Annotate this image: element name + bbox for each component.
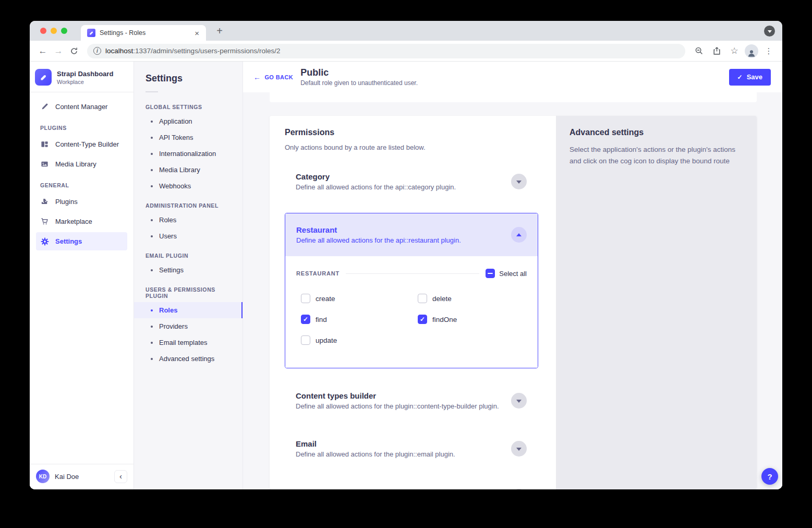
browser-tab[interactable]: Settings - Roles ×: [81, 25, 206, 41]
save-label: Save: [747, 73, 762, 81]
subnav-item-admin-users[interactable]: Users: [134, 228, 243, 244]
sidebar-item-media-library[interactable]: Media Library: [36, 155, 127, 173]
page-info-icon[interactable]: i: [93, 47, 101, 55]
browser-profile-avatar[interactable]: [745, 44, 758, 58]
subnav-item-email-settings[interactable]: Settings: [134, 262, 243, 278]
expand-button[interactable]: [511, 393, 527, 409]
subnav-item-providers[interactable]: Providers: [134, 318, 243, 334]
actions-grid: create delete find: [301, 294, 527, 345]
subnav-item-label: Media Library: [159, 166, 200, 174]
advanced-settings-description: Select the application's actions or the …: [569, 144, 742, 166]
delete-checkbox[interactable]: [418, 294, 427, 303]
expand-button[interactable]: [511, 489, 527, 489]
sidebar-item-content-type-builder[interactable]: Content-Type Builder: [36, 135, 127, 153]
action-delete: delete: [418, 294, 535, 303]
accordion-description: Define all allowed actions for the api::…: [296, 236, 461, 244]
permissions-panel: Permissions Only actions bound by a rout…: [270, 116, 556, 489]
permissions-subtitle: Only actions bound by a route are listed…: [285, 143, 538, 151]
subnav-item-internationalization[interactable]: Internationalization: [134, 146, 243, 162]
findone-checkbox[interactable]: [418, 315, 427, 324]
update-checkbox[interactable]: [301, 335, 310, 345]
subnav-item-advanced-settings[interactable]: Advanced settings: [134, 351, 243, 367]
workspace-brand[interactable]: Strapi Dashboard Workplace: [30, 62, 134, 92]
bullet-icon: [151, 185, 153, 187]
action-find: find: [301, 315, 418, 324]
scroll-content[interactable]: Permissions Only actions bound by a rout…: [243, 92, 782, 489]
bullet-icon: [151, 153, 153, 155]
accordion-category[interactable]: Category Define all allowed actions for …: [285, 165, 538, 198]
forward-button[interactable]: →: [52, 44, 65, 58]
action-label[interactable]: findOne: [432, 316, 457, 323]
subnav-item-label: Settings: [159, 266, 184, 274]
action-label[interactable]: delete: [432, 295, 452, 303]
sidebar-item-label: Settings: [55, 237, 82, 245]
subnav-item-application[interactable]: Application: [134, 113, 243, 129]
accordion-title: Restaurant: [296, 225, 461, 234]
advanced-settings-title: Advanced settings: [569, 128, 743, 137]
sidebar-item-plugins[interactable]: Plugins: [36, 193, 127, 211]
accordion-title: Email: [296, 439, 455, 448]
accordion-email[interactable]: Email Define all allowed actions for the…: [285, 432, 538, 465]
select-all-label[interactable]: Select all: [499, 270, 527, 278]
layout-grid-icon: [40, 140, 49, 149]
subnav-item-webhooks[interactable]: Webhooks: [134, 178, 243, 194]
save-button[interactable]: ✓ Save: [729, 69, 771, 86]
strapi-app: Strapi Dashboard Workplace Content Manag…: [30, 62, 782, 489]
strapi-logo: [35, 69, 52, 86]
expand-button[interactable]: [511, 441, 527, 457]
sidebar-item-settings[interactable]: Settings: [36, 232, 127, 250]
select-all-checkbox[interactable]: [486, 269, 495, 278]
action-label[interactable]: create: [316, 295, 335, 303]
brand-title: Strapi Dashboard: [57, 70, 113, 78]
subnav-item-up-roles[interactable]: Roles: [134, 302, 243, 318]
minimize-window-button[interactable]: [51, 28, 57, 34]
reload-button[interactable]: [67, 44, 81, 58]
find-checkbox[interactable]: [301, 315, 310, 324]
create-checkbox[interactable]: [301, 294, 310, 303]
tab-search-button[interactable]: [764, 26, 775, 37]
accordion-title: Content types builder: [296, 391, 499, 400]
toolbar-actions: ☆ ⋮: [692, 44, 776, 58]
accordion-title: Category: [296, 172, 456, 181]
close-window-button[interactable]: [40, 28, 46, 34]
subnav-item-media-library[interactable]: Media Library: [134, 162, 243, 178]
accordion-restaurant-header[interactable]: Restaurant Define all allowed actions fo…: [285, 213, 538, 256]
collapse-button[interactable]: [511, 227, 527, 243]
address-bar[interactable]: i localhost:1337/admin/settings/users-pe…: [87, 44, 685, 58]
expand-button[interactable]: [511, 174, 527, 189]
action-label[interactable]: update: [316, 337, 337, 344]
accordion-i18n[interactable]: i18n: [285, 480, 538, 489]
go-back-label: GO BACK: [264, 74, 293, 80]
subnav-item-label: Roles: [159, 306, 177, 314]
go-back-link[interactable]: ← GO BACK: [253, 73, 293, 81]
zoom-window-button[interactable]: [61, 28, 67, 34]
subnav-title: Settings: [134, 73, 243, 84]
traffic-lights: [40, 28, 67, 34]
chevron-down-icon: [516, 448, 522, 451]
accordion-restaurant: Restaurant Define all allowed actions fo…: [285, 213, 538, 368]
strapi-favicon: [87, 29, 95, 37]
chevron-down-icon: [768, 30, 772, 33]
sidebar-item-label: Content-Type Builder: [55, 140, 119, 148]
zoom-out-icon[interactable]: [692, 44, 706, 58]
accordion-content-types-builder[interactable]: Content types builder Define all allowed…: [285, 384, 538, 417]
help-button[interactable]: ?: [761, 468, 778, 485]
close-tab-icon[interactable]: ×: [193, 29, 201, 38]
bullet-icon: [151, 342, 153, 344]
user-avatar[interactable]: KD: [36, 470, 50, 483]
subnav-item-email-templates[interactable]: Email templates: [134, 334, 243, 351]
share-icon[interactable]: [709, 44, 724, 58]
browser-menu-icon[interactable]: ⋮: [761, 44, 776, 58]
collapse-sidebar-button[interactable]: ‹: [114, 470, 127, 483]
advanced-settings-panel: Advanced settings Select the application…: [556, 116, 757, 489]
sidebar-item-marketplace[interactable]: Marketplace: [36, 212, 127, 231]
bullet-icon: [151, 219, 153, 221]
back-button[interactable]: ←: [36, 44, 50, 58]
new-tab-button[interactable]: +: [213, 25, 226, 37]
bookmark-star-icon[interactable]: ☆: [727, 44, 742, 58]
subnav-item-admin-roles[interactable]: Roles: [134, 212, 243, 228]
sidebar-item-content-manager[interactable]: Content Manager: [36, 98, 127, 116]
subnav-item-api-tokens[interactable]: API Tokens: [134, 129, 243, 146]
action-label[interactable]: find: [316, 316, 327, 323]
main-content: ← GO BACK Public Default role given to u…: [243, 62, 782, 489]
